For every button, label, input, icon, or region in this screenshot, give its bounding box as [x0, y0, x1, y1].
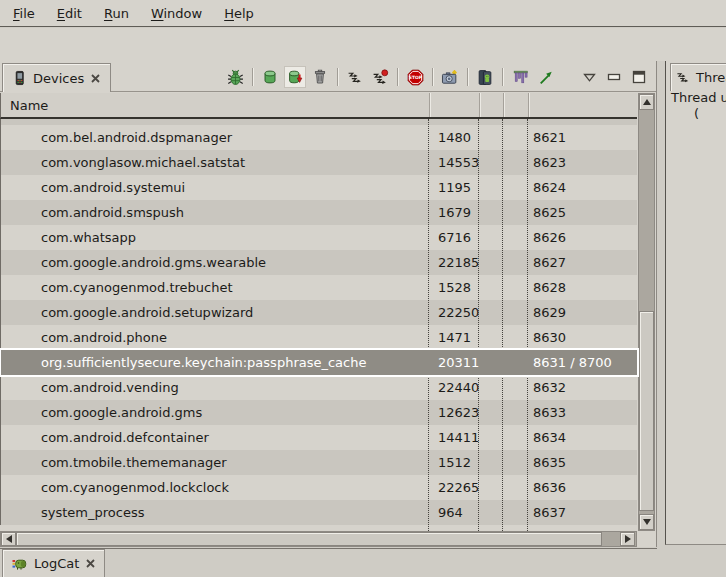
tab-logcat-label: LogCat	[34, 556, 79, 571]
device-screen-icon[interactable]	[474, 66, 496, 88]
table-row[interactable]: com.google.android.setupwizard222508629	[1, 300, 637, 325]
close-icon[interactable]	[85, 558, 96, 569]
table-row[interactable]: com.google.android.gms126238633	[1, 400, 637, 425]
column-divider[interactable]	[528, 93, 529, 117]
table-row[interactable]: com.bel.android.dspmanager14808621	[1, 125, 637, 150]
table-row[interactable]: com.vonglasow.michael.satstat145538623	[1, 150, 637, 175]
column-header-name: Name	[1, 98, 48, 113]
tab-threads[interactable]: Threads	[670, 63, 726, 91]
table-row[interactable]: com.google.android.gms.wearable221858627	[1, 250, 637, 275]
main-toolbar-empty	[0, 28, 726, 61]
down-arrow-icon	[643, 519, 651, 525]
scroll-left-button[interactable]	[1, 532, 16, 546]
cell-empty	[479, 375, 503, 400]
cell-empty	[503, 175, 528, 200]
cell-pid: 6716	[429, 225, 479, 250]
view-menu-icon[interactable]	[578, 66, 600, 88]
minimize-icon[interactable]	[603, 66, 625, 88]
cell-empty	[479, 350, 503, 375]
table-row[interactable]: com.android.systemui11958624	[1, 175, 637, 200]
update-threads-icon[interactable]	[344, 66, 366, 88]
cell-empty	[503, 425, 528, 450]
table-row[interactable]: com.tmobile.thememanager15128635	[1, 450, 637, 475]
svg-text:STOP: STOP	[408, 75, 422, 80]
column-divider[interactable]	[479, 93, 480, 117]
vertical-scrollbar-thumb[interactable]	[639, 311, 654, 511]
cell-port: 8637	[528, 500, 637, 525]
cell-name: system_process	[1, 500, 429, 525]
cell-empty	[479, 250, 503, 275]
menu-bar: File Edit Run Window Help	[0, 0, 726, 27]
column-grid-line	[502, 119, 503, 531]
stop-process-icon[interactable]: STOP	[404, 66, 426, 88]
cell-pid: 1471	[429, 325, 479, 350]
cell-port: 8627	[528, 250, 637, 275]
cell-pid: 14411	[429, 425, 479, 450]
screen-capture-icon[interactable]	[439, 66, 461, 88]
opengl-trace-icon[interactable]	[534, 66, 556, 88]
left-arrow-icon	[6, 535, 12, 543]
horizontal-scrollbar-thumb[interactable]	[16, 532, 602, 546]
scroll-up-button[interactable]	[639, 94, 654, 110]
cause-gc-icon[interactable]	[309, 66, 331, 88]
table-row[interactable]: org.sufficientlysecure.keychain:passphra…	[1, 350, 637, 375]
cell-empty	[503, 275, 528, 300]
tab-devices[interactable]: Devices	[2, 63, 111, 92]
table-row[interactable]: com.cyanogenmod.lockclock222658636	[1, 475, 637, 500]
menu-run[interactable]: Run	[93, 3, 140, 24]
right-arrow-icon	[625, 535, 631, 543]
view-sash[interactable]	[657, 61, 665, 545]
cell-empty	[503, 325, 528, 350]
vertical-scrollbar[interactable]	[638, 93, 655, 531]
cell-pid: 1480	[429, 125, 479, 150]
start-method-profiling-icon[interactable]	[369, 66, 391, 88]
table-row[interactable]: com.cyanogenmod.trebuchet15288628	[1, 275, 637, 300]
tab-logcat[interactable]: LogCat	[2, 549, 105, 577]
cell-empty	[503, 450, 528, 475]
cell-port: 8631 / 8700	[528, 350, 637, 375]
menu-edit[interactable]: Edit	[46, 3, 93, 24]
devices-view: Devices	[0, 61, 657, 547]
cell-port: 8630	[528, 325, 637, 350]
ddms-window: File Edit Run Window Help Devices	[0, 0, 726, 577]
update-heap-icon[interactable]	[259, 66, 281, 88]
dump-hprof-icon[interactable]	[284, 66, 306, 88]
horizontal-scrollbar[interactable]	[0, 531, 637, 547]
cell-empty	[479, 125, 503, 150]
cell-pid: 14553	[429, 150, 479, 175]
table-row[interactable]: system_process9648637	[1, 500, 637, 525]
menu-help[interactable]: Help	[213, 3, 265, 24]
toolbar-separator	[397, 68, 398, 86]
debug-process-icon[interactable]	[224, 66, 246, 88]
devices-toolbar: STOP	[224, 64, 650, 90]
menu-window[interactable]: Window	[140, 3, 213, 24]
cell-empty	[479, 400, 503, 425]
cell-empty	[503, 125, 528, 150]
cell-pid: 22250	[429, 300, 479, 325]
cell-name: com.android.smspush	[1, 200, 429, 225]
column-divider[interactable]	[503, 93, 504, 117]
table-row[interactable]: com.android.vending224408632	[1, 375, 637, 400]
maximize-icon[interactable]	[628, 66, 650, 88]
table-row[interactable]: com.android.smspush16798625	[1, 200, 637, 225]
menu-file[interactable]: File	[2, 3, 46, 24]
cell-pid: 22185	[429, 250, 479, 275]
cell-port: 8626	[528, 225, 637, 250]
scroll-right-button[interactable]	[620, 532, 635, 546]
cell-port: 8634	[528, 425, 637, 450]
cell-pid: 1528	[429, 275, 479, 300]
cell-name: com.android.systemui	[1, 175, 429, 200]
scroll-down-button[interactable]	[639, 514, 654, 530]
cell-name: com.android.vending	[1, 375, 429, 400]
column-grid-line	[428, 119, 429, 531]
cell-empty	[479, 275, 503, 300]
system-info-icon[interactable]	[509, 66, 531, 88]
close-icon[interactable]	[90, 73, 101, 84]
table-row[interactable]: com.whatsapp67168626	[1, 225, 637, 250]
threads-message-line1: Thread up	[666, 90, 726, 106]
column-grid-line	[478, 119, 479, 531]
cell-name: com.bel.android.dspmanager	[1, 125, 429, 150]
column-divider[interactable]	[429, 93, 430, 117]
table-row[interactable]: com.android.phone14718630	[1, 325, 637, 350]
table-row[interactable]: com.android.defcontainer144118634	[1, 425, 637, 450]
